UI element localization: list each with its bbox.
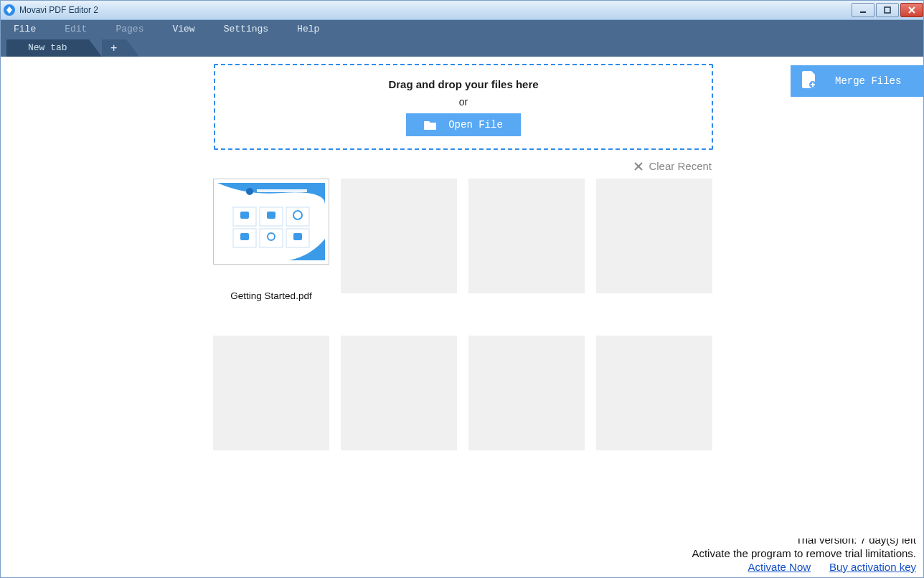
svg-rect-19	[260, 229, 283, 247]
tab-strip: New tab +	[1, 38, 923, 57]
svg-rect-26	[293, 233, 302, 240]
trial-footer: Trial version: 7 day(s) left Activate th…	[1, 539, 923, 577]
svg-rect-17	[286, 207, 309, 226]
open-file-label: Open File	[448, 119, 503, 131]
title-bar: Movavi PDF Editor 2	[1, 1, 923, 20]
app-icon	[4, 4, 15, 16]
trial-message: Activate the program to remove trial lim…	[692, 547, 916, 559]
folder-icon	[424, 120, 437, 130]
close-button[interactable]	[900, 3, 923, 17]
menu-view[interactable]: View	[172, 24, 194, 34]
menu-help[interactable]: Help	[297, 24, 319, 34]
menu-pages: Pages	[116, 24, 143, 34]
recent-empty-slot	[468, 179, 585, 293]
recent-empty-slot	[213, 336, 329, 450]
recent-empty-slot	[596, 336, 712, 450]
tab-new[interactable]: New tab	[6, 39, 89, 57]
svg-rect-13	[257, 189, 307, 192]
buy-activation-key-link[interactable]: Buy activation key	[829, 561, 916, 573]
minimize-button[interactable]	[852, 3, 874, 17]
drop-zone[interactable]: Drag and drop your files here or Open Fi…	[214, 64, 713, 150]
recent-grid: Getting Started.pdf	[213, 179, 715, 450]
open-file-button[interactable]: Open File	[406, 113, 521, 136]
add-tab-button[interactable]: +	[102, 39, 126, 57]
svg-rect-3	[885, 7, 890, 13]
file-plus-icon	[802, 71, 816, 91]
clear-recent-label: Clear Recent	[649, 160, 712, 172]
svg-rect-14	[235, 199, 307, 200]
menu-settings[interactable]: Settings	[224, 24, 268, 34]
menu-file[interactable]: File	[14, 24, 36, 34]
menu-edit: Edit	[65, 24, 87, 34]
recent-empty-slot	[468, 336, 585, 450]
window-controls	[850, 3, 923, 17]
menu-bar: File Edit Pages View Settings Help	[1, 20, 923, 38]
close-icon	[634, 162, 643, 171]
drop-or: or	[459, 96, 468, 108]
merge-files-button[interactable]: Merge Files	[791, 65, 923, 97]
plus-icon: +	[110, 42, 117, 55]
maximize-button[interactable]	[876, 3, 899, 17]
recent-empty-slot	[596, 179, 712, 293]
recent-thumbnail[interactable]	[213, 179, 329, 265]
drop-heading: Drag and drop your files here	[388, 78, 538, 90]
recent-filename: Getting Started.pdf	[213, 290, 329, 301]
svg-point-12	[246, 188, 253, 195]
tab-label: New tab	[28, 42, 67, 53]
clear-recent-button[interactable]: Clear Recent	[634, 160, 712, 172]
activate-now-link[interactable]: Activate Now	[748, 561, 811, 573]
merge-files-label: Merge Files	[835, 75, 901, 87]
svg-rect-21	[240, 212, 249, 219]
recent-empty-slot	[341, 179, 457, 293]
window-title: Movavi PDF Editor 2	[19, 5, 98, 15]
recent-empty-slot	[341, 336, 457, 450]
svg-rect-22	[267, 212, 275, 219]
content-area: Drag and drop your files here or Open Fi…	[1, 57, 923, 539]
svg-rect-24	[240, 233, 249, 240]
recent-item[interactable]: Getting Started.pdf	[213, 179, 329, 301]
